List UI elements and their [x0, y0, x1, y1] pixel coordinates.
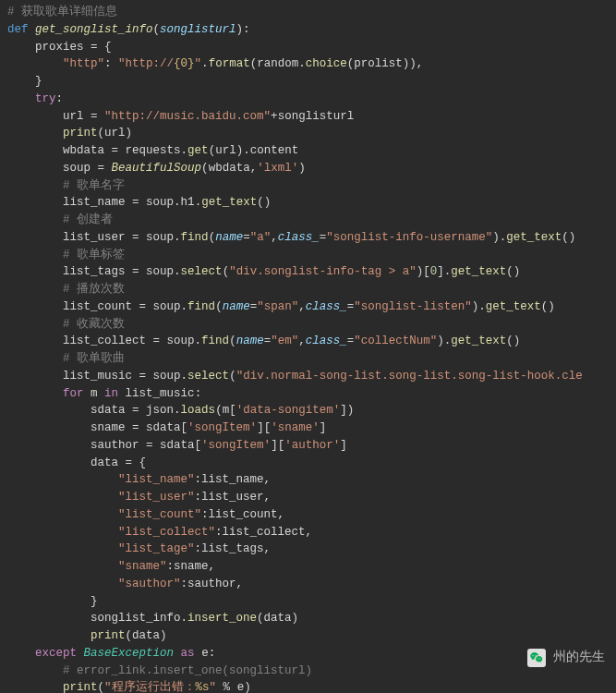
comment: # 获取歌单详细信息 — [7, 6, 117, 18]
code-editor[interactable]: # 获取歌单详细信息 def get_songlist_info(songlis… — [0, 0, 616, 693]
keyword-def: def — [7, 23, 29, 36]
function-name: get_songlist_info — [35, 23, 153, 36]
wechat-icon — [527, 649, 546, 667]
watermark: 州的先生 — [527, 648, 605, 667]
watermark-text: 州的先生 — [553, 648, 605, 667]
param: songlisturl — [160, 23, 236, 36]
